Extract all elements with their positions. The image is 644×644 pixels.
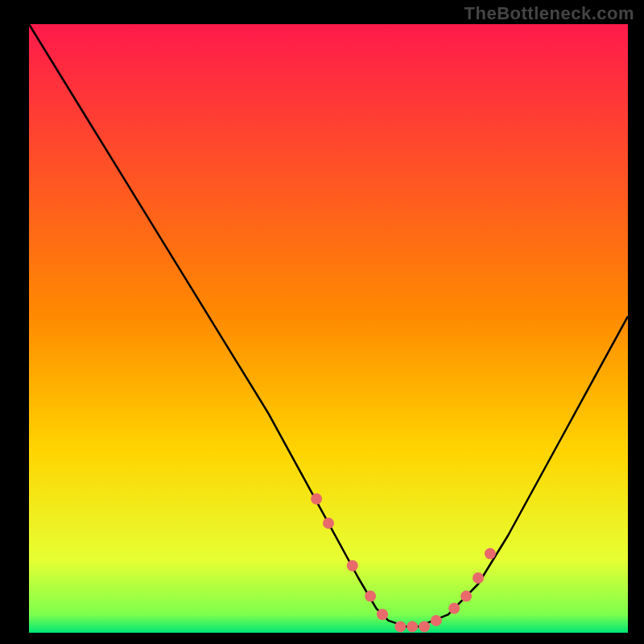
sweet-spot-dot (473, 572, 484, 584)
sweet-spot-dot (377, 609, 388, 620)
chart-frame: TheBottleneck.com (0, 0, 644, 644)
sweet-spot-dot (394, 621, 406, 632)
sweet-spot-dot (431, 615, 442, 626)
sweet-spot-dot (448, 603, 460, 614)
sweet-spot-dot (311, 493, 322, 505)
sweet-spot-dot (347, 560, 358, 572)
sweet-spot-dot (485, 548, 496, 559)
gradient-background (29, 24, 628, 633)
sweet-spot-dot (323, 518, 334, 529)
sweet-spot-dot (460, 591, 472, 602)
sweet-spot-dot (407, 621, 418, 632)
bottleneck-chart (0, 0, 644, 644)
sweet-spot-dot (365, 591, 376, 602)
sweet-spot-dot (419, 621, 430, 632)
